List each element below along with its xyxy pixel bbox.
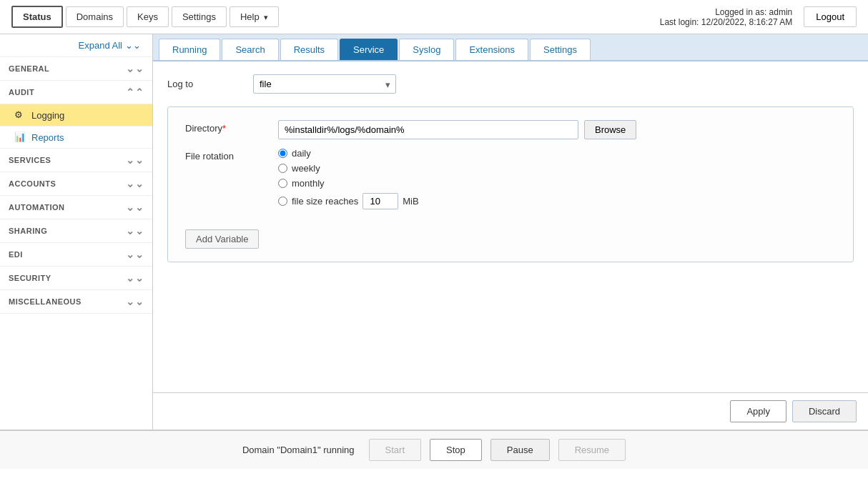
log-config-box: Directory* Browse File rotation daily xyxy=(167,106,854,262)
chevron-down-icon: ⌄⌄ xyxy=(126,178,144,189)
browse-button[interactable]: Browse xyxy=(584,120,636,139)
nav-status[interactable]: Status xyxy=(11,6,63,28)
chart-icon: 📊 xyxy=(14,132,26,143)
add-variable-button[interactable]: Add Variable xyxy=(185,229,259,249)
gear-icon: ⚙ xyxy=(14,109,26,121)
footer-status: Domain "Domain1" running xyxy=(242,445,355,455)
sidebar-section-miscellaneous[interactable]: MISCELLANEOUS ⌄⌄ xyxy=(0,290,152,314)
sidebar-item-logging[interactable]: ⚙ Logging xyxy=(0,104,152,127)
nav-settings[interactable]: Settings xyxy=(172,6,227,27)
nav-right: Logged in as: admin Last login: 12/20/20… xyxy=(660,6,857,27)
sidebar-section-accounts[interactable]: ACCOUNTS ⌄⌄ xyxy=(0,172,152,196)
chevron-up-icon: ⌃⌃ xyxy=(126,86,144,98)
tab-search[interactable]: Search xyxy=(222,39,278,60)
log-to-label: Log to xyxy=(167,79,253,89)
chevron-down-icon: ⌄⌄ xyxy=(126,272,144,284)
action-bar: Apply Discard xyxy=(153,392,868,430)
directory-input-group: Browse xyxy=(278,120,636,139)
chevron-down-icon: ⌄⌄ xyxy=(126,296,144,307)
radio-daily-input[interactable] xyxy=(278,149,287,158)
sidebar-section-general[interactable]: GENERAL ⌄⌄ xyxy=(0,57,152,81)
help-dropdown-arrow: ▾ xyxy=(264,13,268,21)
radio-filesize-input[interactable] xyxy=(278,197,287,206)
log-to-select[interactable]: file syslog database xyxy=(253,74,396,94)
nav-keys[interactable]: Keys xyxy=(127,6,169,27)
sidebar-section-automation[interactable]: AUTOMATION ⌄⌄ xyxy=(0,196,152,219)
sidebar-section-sharing[interactable]: SHARING ⌄⌄ xyxy=(0,219,152,243)
chevron-down-icon: ⌄⌄ xyxy=(126,63,144,74)
tab-service[interactable]: Service xyxy=(340,39,398,60)
file-rotation-options: daily weekly monthly file size reac xyxy=(278,148,419,209)
expand-all-icon: ⌄⌄ xyxy=(125,40,141,51)
tab-syslog[interactable]: Syslog xyxy=(399,39,454,60)
radio-filesize[interactable]: file size reaches MiB xyxy=(278,193,419,209)
directory-label: Directory* xyxy=(185,120,278,134)
stop-button[interactable]: Stop xyxy=(430,439,482,461)
sidebar-section-audit[interactable]: AUDIT ⌃⌃ xyxy=(0,81,152,104)
chevron-down-icon: ⌄⌄ xyxy=(126,225,144,237)
main-layout: Expand All ⌄⌄ GENERAL ⌄⌄ AUDIT ⌃⌃ ⚙ Logg… xyxy=(0,34,868,430)
sidebar-section-security[interactable]: SECURITY ⌄⌄ xyxy=(0,267,152,290)
tab-running[interactable]: Running xyxy=(159,39,220,60)
chevron-down-icon: ⌄⌄ xyxy=(126,154,144,166)
expand-all-button[interactable]: Expand All ⌄⌄ xyxy=(0,34,152,57)
radio-weekly[interactable]: weekly xyxy=(278,163,419,174)
sidebar-section-services[interactable]: SERVICES ⌄⌄ xyxy=(0,149,152,172)
radio-daily[interactable]: daily xyxy=(278,148,419,159)
top-navbar: Status Domains Keys Settings Help ▾ Logg… xyxy=(0,0,868,34)
nav-domains[interactable]: Domains xyxy=(66,6,124,27)
tab-settings[interactable]: Settings xyxy=(530,39,591,60)
footer-bar: Domain "Domain1" running Start Stop Paus… xyxy=(0,430,868,469)
resume-button[interactable]: Resume xyxy=(558,439,626,461)
file-rotation-label: File rotation xyxy=(185,148,278,162)
start-button[interactable]: Start xyxy=(369,439,421,461)
chevron-down-icon: ⌄⌄ xyxy=(126,249,144,260)
sidebar-section-edi[interactable]: EDI ⌄⌄ xyxy=(0,243,152,267)
required-indicator: * xyxy=(222,123,226,134)
sidebar: Expand All ⌄⌄ GENERAL ⌄⌄ AUDIT ⌃⌃ ⚙ Logg… xyxy=(0,34,153,430)
log-to-row: Log to file syslog database xyxy=(167,74,854,94)
logged-in-as: Logged in as: admin xyxy=(660,7,792,17)
tab-bar: Running Search Results Service Syslog Ex… xyxy=(153,34,868,61)
logout-button[interactable]: Logout xyxy=(804,6,857,27)
file-size-unit: MiB xyxy=(403,196,418,207)
directory-row: Directory* Browse xyxy=(185,120,836,139)
apply-button[interactable]: Apply xyxy=(730,400,786,422)
tab-results[interactable]: Results xyxy=(280,39,338,60)
login-info: Logged in as: admin Last login: 12/20/20… xyxy=(660,7,792,27)
file-rotation-row: File rotation daily weekly monthly xyxy=(185,148,836,209)
chevron-down-icon: ⌄⌄ xyxy=(126,202,144,213)
radio-weekly-input[interactable] xyxy=(278,164,287,173)
sidebar-item-reports[interactable]: 📊 Reports xyxy=(0,127,152,149)
log-to-select-wrapper: file syslog database xyxy=(253,74,396,94)
content-area: Running Search Results Service Syslog Ex… xyxy=(153,34,868,430)
content-panel: Log to file syslog database Directory* xyxy=(153,61,868,392)
nav-help[interactable]: Help ▾ xyxy=(230,6,279,27)
directory-input[interactable] xyxy=(278,120,578,139)
nav-buttons: Status Domains Keys Settings Help ▾ xyxy=(11,6,279,28)
last-login: Last login: 12/20/2022, 8:16:27 AM xyxy=(660,17,792,27)
radio-monthly-input[interactable] xyxy=(278,179,287,188)
radio-monthly[interactable]: monthly xyxy=(278,178,419,189)
discard-button[interactable]: Discard xyxy=(792,400,857,422)
file-size-input[interactable] xyxy=(363,193,398,209)
pause-button[interactable]: Pause xyxy=(490,439,550,461)
tab-extensions[interactable]: Extensions xyxy=(455,39,528,60)
